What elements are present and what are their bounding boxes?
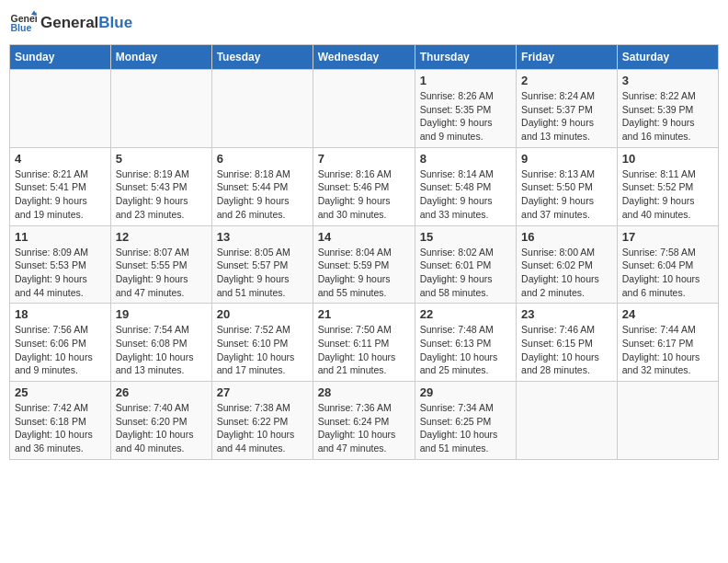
calendar-cell: 7Sunrise: 8:16 AMSunset: 5:46 PMDaylight… (313, 147, 415, 225)
day-info: Sunrise: 7:46 AMSunset: 6:15 PMDaylight:… (521, 323, 612, 377)
day-number: 19 (116, 307, 207, 321)
logo-icon: General Blue (9, 9, 37, 37)
calendar-cell: 19Sunrise: 7:54 AMSunset: 6:08 PMDayligh… (110, 304, 211, 382)
day-info: Sunrise: 7:42 AMSunset: 6:18 PMDaylight:… (15, 401, 106, 455)
day-info: Sunrise: 8:02 AMSunset: 6:01 PMDaylight:… (420, 246, 511, 300)
day-number: 18 (15, 307, 106, 321)
header: General Blue General Blue (9, 9, 719, 37)
week-row-4: 25Sunrise: 7:42 AMSunset: 6:18 PMDayligh… (10, 382, 719, 460)
calendar-cell (517, 382, 618, 460)
calendar-cell: 12Sunrise: 8:07 AMSunset: 5:55 PMDayligh… (110, 225, 211, 304)
calendar-cell: 11Sunrise: 8:09 AMSunset: 5:53 PMDayligh… (10, 225, 111, 304)
calendar-cell: 24Sunrise: 7:44 AMSunset: 6:17 PMDayligh… (617, 304, 718, 382)
day-number: 11 (15, 230, 106, 244)
day-number: 1 (420, 74, 511, 87)
day-number: 26 (116, 385, 207, 399)
header-thursday: Thursday (415, 45, 516, 70)
day-number: 20 (217, 307, 308, 321)
calendar-cell: 20Sunrise: 7:52 AMSunset: 6:10 PMDayligh… (211, 304, 313, 382)
logo-general: General (40, 14, 98, 32)
week-row-2: 11Sunrise: 8:09 AMSunset: 5:53 PMDayligh… (10, 225, 719, 304)
calendar-cell: 29Sunrise: 7:34 AMSunset: 6:25 PMDayligh… (415, 382, 516, 460)
calendar-cell (211, 70, 313, 148)
calendar-cell: 22Sunrise: 7:48 AMSunset: 6:13 PMDayligh… (415, 304, 516, 382)
day-info: Sunrise: 7:56 AMSunset: 6:06 PMDaylight:… (15, 323, 106, 377)
calendar-cell: 3Sunrise: 8:22 AMSunset: 5:39 PMDaylight… (617, 70, 718, 148)
svg-text:Blue: Blue (11, 22, 32, 33)
day-info: Sunrise: 8:09 AMSunset: 5:53 PMDaylight:… (15, 246, 106, 300)
logo: General Blue General Blue (9, 9, 132, 37)
header-wednesday: Wednesday (313, 45, 415, 70)
day-info: Sunrise: 7:40 AMSunset: 6:20 PMDaylight:… (116, 401, 207, 455)
day-info: Sunrise: 8:14 AMSunset: 5:48 PMDaylight:… (420, 167, 511, 222)
calendar-cell: 8Sunrise: 8:14 AMSunset: 5:48 PMDaylight… (415, 147, 516, 225)
day-number: 28 (318, 385, 410, 399)
header-monday: Monday (110, 45, 211, 70)
day-number: 2 (521, 74, 612, 87)
header-friday: Friday (517, 45, 618, 70)
day-info: Sunrise: 7:54 AMSunset: 6:08 PMDaylight:… (116, 323, 207, 377)
day-info: Sunrise: 8:21 AMSunset: 5:41 PMDaylight:… (15, 167, 106, 222)
calendar-cell: 26Sunrise: 7:40 AMSunset: 6:20 PMDayligh… (110, 382, 211, 460)
day-info: Sunrise: 7:52 AMSunset: 6:10 PMDaylight:… (217, 323, 308, 377)
day-number: 3 (622, 74, 713, 87)
day-number: 8 (420, 152, 511, 166)
calendar-cell: 21Sunrise: 7:50 AMSunset: 6:11 PMDayligh… (313, 304, 415, 382)
day-number: 12 (116, 230, 207, 244)
header-saturday: Saturday (617, 45, 718, 70)
calendar-header: SundayMondayTuesdayWednesdayThursdayFrid… (10, 45, 719, 70)
logo-blue: Blue (98, 14, 132, 32)
day-info: Sunrise: 7:58 AMSunset: 6:04 PMDaylight:… (622, 246, 713, 300)
day-info: Sunrise: 8:22 AMSunset: 5:39 PMDaylight:… (622, 89, 713, 144)
day-info: Sunrise: 7:36 AMSunset: 6:24 PMDaylight:… (318, 401, 410, 455)
week-row-0: 1Sunrise: 8:26 AMSunset: 5:35 PMDaylight… (10, 70, 719, 148)
header-row: SundayMondayTuesdayWednesdayThursdayFrid… (10, 45, 719, 70)
calendar-cell: 5Sunrise: 8:19 AMSunset: 5:43 PMDaylight… (110, 147, 211, 225)
day-info: Sunrise: 8:16 AMSunset: 5:46 PMDaylight:… (318, 167, 410, 222)
day-info: Sunrise: 7:48 AMSunset: 6:13 PMDaylight:… (420, 323, 511, 377)
day-info: Sunrise: 8:05 AMSunset: 5:57 PMDaylight:… (217, 246, 308, 300)
calendar-table: SundayMondayTuesdayWednesdayThursdayFrid… (9, 44, 719, 460)
day-info: Sunrise: 7:34 AMSunset: 6:25 PMDaylight:… (420, 401, 511, 455)
calendar-cell (313, 70, 415, 148)
day-number: 4 (15, 152, 106, 166)
calendar-cell: 15Sunrise: 8:02 AMSunset: 6:01 PMDayligh… (415, 225, 516, 304)
day-number: 29 (420, 385, 511, 399)
day-number: 16 (521, 230, 612, 244)
calendar-cell (110, 70, 211, 148)
day-info: Sunrise: 8:13 AMSunset: 5:50 PMDaylight:… (521, 167, 612, 222)
week-row-1: 4Sunrise: 8:21 AMSunset: 5:41 PMDaylight… (10, 147, 719, 225)
calendar-cell: 9Sunrise: 8:13 AMSunset: 5:50 PMDaylight… (517, 147, 618, 225)
day-number: 24 (622, 307, 713, 321)
day-number: 9 (521, 152, 612, 166)
day-number: 23 (521, 307, 612, 321)
calendar-cell: 18Sunrise: 7:56 AMSunset: 6:06 PMDayligh… (10, 304, 111, 382)
day-info: Sunrise: 8:24 AMSunset: 5:37 PMDaylight:… (521, 89, 612, 144)
calendar-cell (617, 382, 718, 460)
calendar-cell: 16Sunrise: 8:00 AMSunset: 6:02 PMDayligh… (517, 225, 618, 304)
day-number: 5 (116, 152, 207, 166)
calendar-cell: 14Sunrise: 8:04 AMSunset: 5:59 PMDayligh… (313, 225, 415, 304)
day-number: 13 (217, 230, 308, 244)
week-row-3: 18Sunrise: 7:56 AMSunset: 6:06 PMDayligh… (10, 304, 719, 382)
day-info: Sunrise: 8:04 AMSunset: 5:59 PMDaylight:… (318, 246, 410, 300)
calendar-cell: 10Sunrise: 8:11 AMSunset: 5:52 PMDayligh… (617, 147, 718, 225)
day-info: Sunrise: 8:18 AMSunset: 5:44 PMDaylight:… (217, 167, 308, 222)
day-number: 25 (15, 385, 106, 399)
day-info: Sunrise: 8:00 AMSunset: 6:02 PMDaylight:… (521, 246, 612, 300)
calendar-cell: 23Sunrise: 7:46 AMSunset: 6:15 PMDayligh… (517, 304, 618, 382)
calendar-body: 1Sunrise: 8:26 AMSunset: 5:35 PMDaylight… (10, 70, 719, 460)
day-info: Sunrise: 8:19 AMSunset: 5:43 PMDaylight:… (116, 167, 207, 222)
day-number: 14 (318, 230, 410, 244)
header-tuesday: Tuesday (211, 45, 313, 70)
day-number: 17 (622, 230, 713, 244)
calendar-cell: 2Sunrise: 8:24 AMSunset: 5:37 PMDaylight… (517, 70, 618, 148)
day-number: 6 (217, 152, 308, 166)
calendar-cell (10, 70, 111, 148)
day-info: Sunrise: 8:07 AMSunset: 5:55 PMDaylight:… (116, 246, 207, 300)
day-info: Sunrise: 7:38 AMSunset: 6:22 PMDaylight:… (217, 401, 308, 455)
day-number: 10 (622, 152, 713, 166)
day-number: 7 (318, 152, 410, 166)
day-info: Sunrise: 7:44 AMSunset: 6:17 PMDaylight:… (622, 323, 713, 377)
calendar-cell: 4Sunrise: 8:21 AMSunset: 5:41 PMDaylight… (10, 147, 111, 225)
